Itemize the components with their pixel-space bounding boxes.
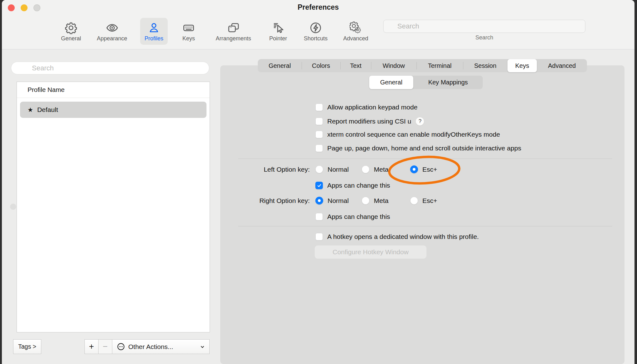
configure-hotkey-window-button: Configure Hotkey Window — [315, 245, 426, 259]
tab-text[interactable]: Text — [340, 59, 371, 72]
toolbar-label: Profiles — [145, 36, 163, 41]
left-apps-can-change-checkbox[interactable] — [315, 182, 323, 189]
tab-label: Text — [350, 62, 362, 69]
tab-label: Advanced — [548, 62, 576, 69]
right-option-normal-radio[interactable] — [315, 197, 323, 205]
person-icon — [148, 22, 160, 34]
keypad-mode-checkbox[interactable] — [315, 104, 323, 111]
question-mark-icon: ? — [419, 118, 421, 124]
profile-name: Default — [37, 106, 58, 114]
tab-window[interactable]: Window — [371, 59, 416, 72]
add-profile-button[interactable]: + — [84, 339, 99, 354]
checkbox-label: A hotkey opens a dedicated window with t… — [327, 233, 479, 240]
toolbar-label: Appearance — [97, 36, 127, 41]
checkbox-label: Report modifiers using CSI u — [327, 118, 411, 125]
toolbar-label: Arrangements — [216, 36, 251, 41]
profile-list-header: Profile Name — [17, 82, 210, 98]
profile-search-input[interactable] — [11, 62, 209, 74]
checkbox-row-page-scroll: Page up, page down, home and end scroll … — [315, 144, 521, 152]
right-option-meta-radio[interactable] — [362, 197, 369, 205]
subtab-key-mappings[interactable]: Key Mappings — [413, 76, 483, 89]
radio-label: Normal — [328, 166, 349, 173]
toolbar-item-general[interactable]: General — [57, 18, 85, 45]
toolbar-search-caption: Search — [437, 34, 531, 41]
toolbar-label: Keys — [182, 36, 195, 41]
modify-other-keys-checkbox[interactable] — [315, 131, 323, 138]
hotkey-row: A hotkey opens a dedicated window with t… — [315, 233, 479, 240]
tab-label: Window — [383, 62, 405, 69]
left-option-normal: Normal — [315, 165, 349, 173]
toolbar-item-advanced[interactable]: Advanced — [339, 18, 373, 45]
left-option-esc: Esc+ — [410, 165, 437, 173]
checkbox-row-csi-u: Report modifiers using CSI u ? — [315, 117, 424, 126]
csi-u-checkbox[interactable] — [315, 118, 323, 125]
subtab-label: Key Mappings — [428, 79, 468, 86]
toolbar-search-input[interactable] — [383, 20, 585, 33]
radio-label: Esc+ — [422, 166, 437, 173]
other-actions-label: Other Actions... — [128, 343, 173, 351]
sidebar-drag-dot — [10, 204, 16, 210]
right-apps-can-change-checkbox[interactable] — [315, 213, 323, 220]
checkmark-icon — [317, 183, 322, 188]
lightning-icon — [309, 22, 322, 34]
help-button[interactable]: ? — [415, 117, 424, 126]
checkbox-label: Allow application keypad mode — [327, 104, 417, 111]
section-divider — [238, 226, 612, 226]
left-option-esc-radio[interactable] — [410, 165, 418, 173]
right-option-meta: Meta — [362, 197, 389, 205]
right-option-key-label: Right Option key: — [220, 197, 310, 205]
tab-keys[interactable]: Keys — [507, 59, 537, 72]
right-option-esc-radio[interactable] — [410, 197, 418, 205]
windows-icon — [227, 22, 240, 34]
tab-label: Session — [474, 62, 496, 69]
tab-terminal[interactable]: Terminal — [416, 59, 463, 72]
profile-settings-panel — [220, 65, 624, 364]
hotkey-window-checkbox[interactable] — [315, 233, 323, 240]
toolbar-label: Advanced — [343, 36, 368, 41]
titlebar-toolbar: Preferences General Appearance Profiles … — [2, 0, 634, 49]
toolbar-item-arrangements[interactable]: Arrangements — [211, 18, 255, 45]
tags-button[interactable]: Tags > — [13, 339, 41, 354]
left-option-apps-row: Apps can change this — [315, 182, 390, 189]
eye-icon — [106, 22, 118, 34]
toolbar-item-keys[interactable]: Keys — [178, 18, 199, 45]
tab-label: Terminal — [428, 62, 452, 69]
radio-label: Meta — [374, 166, 389, 173]
left-option-meta: Meta — [362, 165, 389, 173]
toolbar-item-profiles[interactable]: Profiles — [140, 18, 168, 45]
page-scroll-checkbox[interactable] — [315, 144, 323, 152]
tab-colors[interactable]: Colors — [302, 59, 340, 72]
radio-label: Normal — [328, 197, 349, 205]
tab-label: General — [268, 62, 291, 69]
left-option-normal-radio[interactable] — [315, 165, 323, 173]
chevron-down-icon — [199, 344, 206, 350]
left-option-key-label: Left Option key: — [220, 166, 310, 173]
radio-label: Esc+ — [422, 197, 437, 205]
toolbar-label: Shortcuts — [304, 36, 328, 41]
tab-label: Colors — [312, 62, 330, 69]
toolbar-label: General — [61, 36, 81, 41]
gears-icon — [349, 22, 362, 34]
cursor-icon — [272, 22, 284, 34]
minus-icon: − — [103, 342, 108, 351]
toolbar-item-shortcuts[interactable]: Shortcuts — [299, 18, 332, 45]
toolbar-item-pointer[interactable]: Pointer — [265, 18, 291, 45]
checkbox-label: Apps can change this — [327, 213, 390, 220]
subtab-label: General — [380, 79, 402, 86]
tab-session[interactable]: Session — [463, 59, 507, 72]
subtab-general[interactable]: General — [369, 76, 413, 89]
section-divider — [238, 159, 612, 159]
tab-general[interactable]: General — [258, 59, 302, 72]
remove-profile-button[interactable]: − — [98, 339, 112, 354]
checkbox-label: xterm control sequence can enable modify… — [327, 131, 500, 138]
gear-icon — [65, 22, 77, 34]
window-title: Preferences — [2, 3, 634, 12]
tab-advanced[interactable]: Advanced — [537, 59, 587, 72]
other-actions-dropdown[interactable]: Other Actions... — [112, 339, 210, 354]
checkbox-label: Page up, page down, home and end scroll … — [327, 144, 521, 152]
left-option-meta-radio[interactable] — [362, 165, 369, 173]
right-option-esc: Esc+ — [410, 197, 437, 205]
profile-row-default[interactable]: ★ Default — [20, 102, 206, 118]
right-option-normal: Normal — [315, 197, 349, 205]
toolbar-item-appearance[interactable]: Appearance — [92, 18, 131, 45]
